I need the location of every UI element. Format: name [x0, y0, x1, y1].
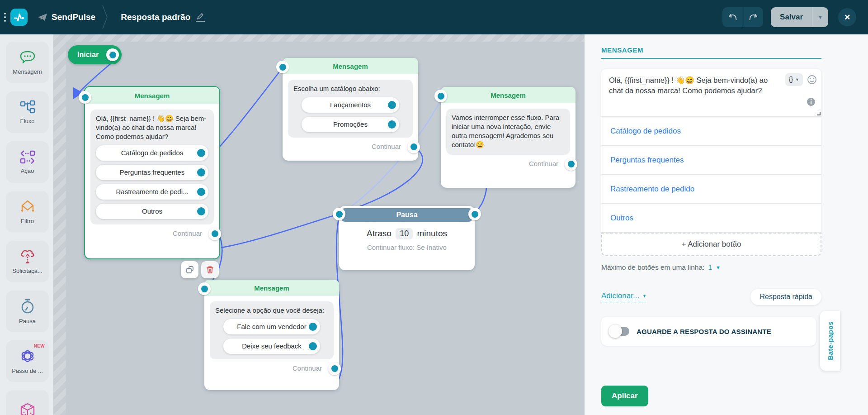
- input-port[interactable]: [434, 90, 447, 102]
- wait-response-card: AGUARDE A RESPOSTA DO ASSINANTE: [601, 317, 816, 346]
- input-port[interactable]: [333, 208, 345, 220]
- button-output-port[interactable]: [197, 168, 205, 176]
- close-editor-button[interactable]: ✕: [838, 8, 856, 26]
- apply-button[interactable]: Aplicar: [601, 386, 648, 406]
- message-bubble: Vamos interromper esse fluxo. Para inici…: [446, 109, 570, 155]
- input-port[interactable]: [276, 61, 289, 73]
- add-element-dropdown[interactable]: Adicionar... ▼: [601, 291, 646, 302]
- node-body: Selecione a opção que você deseja: Fale …: [204, 296, 339, 379]
- button-output-port[interactable]: [388, 120, 396, 129]
- flow-title: Resposta padrão: [121, 12, 190, 22]
- node-button-label: Perguntas frequentes: [120, 168, 184, 177]
- redo-button[interactable]: [743, 7, 763, 27]
- button-output-port[interactable]: [197, 149, 205, 157]
- start-node[interactable]: Iniciar: [68, 45, 122, 64]
- button-row[interactable]: Rastreamento de pedido: [601, 175, 821, 204]
- resize-handle[interactable]: [817, 112, 821, 115]
- continue-label: Continuar: [372, 143, 401, 150]
- top-bar: SendPulse Resposta padrão: [0, 0, 868, 34]
- node-header: Mensagem: [441, 87, 576, 103]
- continue-output-port[interactable]: [407, 141, 420, 153]
- chevron-down-icon[interactable]: ▼: [716, 265, 721, 270]
- quick-reply-tag[interactable]: Resposta rápida: [750, 289, 821, 305]
- chats-side-tab[interactable]: Bate-papos: [820, 311, 840, 371]
- save-options-caret[interactable]: ▼: [812, 7, 828, 27]
- button-output-port[interactable]: [388, 101, 396, 109]
- message-node-2[interactable]: Mensagem Escolha um catálogo abaixo: Lan…: [283, 58, 418, 161]
- duplicate-node-button[interactable]: [181, 261, 198, 278]
- button-row[interactable]: Perguntas frequentes: [601, 146, 821, 175]
- button-output-port[interactable]: [309, 323, 317, 331]
- input-port[interactable]: [79, 91, 91, 104]
- add-and-quick-reply-row: Adicionar... ▼ Resposta rápida: [601, 289, 821, 305]
- edge-msg1-continuar-to-pausa[interactable]: [222, 214, 340, 248]
- message-node-4[interactable]: Mensagem Selecione a opção que você dese…: [204, 280, 339, 390]
- button-row-link[interactable]: Catálogo de pedidos: [610, 127, 681, 136]
- message-text-editor[interactable]: Olá, {{first_name}} ! 👋😄 Seja bem-vindo(…: [601, 69, 821, 117]
- save-button[interactable]: Salvar: [771, 7, 812, 27]
- button-row[interactable]: Outros: [601, 204, 821, 233]
- new-badge: NEW: [34, 343, 45, 348]
- node-button[interactable]: Outros: [96, 204, 208, 219]
- delete-node-button[interactable]: [201, 261, 219, 278]
- node-button[interactable]: Fale com um vendedor: [223, 319, 320, 334]
- button-row-link[interactable]: Outros: [610, 214, 633, 223]
- sidebar-item-label: Mensagem: [13, 68, 42, 75]
- node-button-label: Outros: [142, 207, 162, 216]
- continue-output-port[interactable]: [208, 228, 221, 240]
- info-icon[interactable]: [806, 97, 816, 107]
- node-button[interactable]: Rastreamento de pedi...: [96, 184, 208, 200]
- delay-value[interactable]: 10: [396, 228, 413, 239]
- node-button[interactable]: Perguntas frequentes: [96, 165, 208, 180]
- node-button[interactable]: Promoções: [302, 117, 399, 132]
- sidebar-item-passo-de[interactable]: NEW Passo de ...: [6, 340, 49, 382]
- continue-row: Continuar: [210, 359, 334, 377]
- node-button-label: Deixe seu feedback: [242, 342, 302, 351]
- max-buttons-per-line: Máximo de botões em uma linha: 1 ▼: [601, 263, 821, 272]
- braces-icon: {}: [789, 75, 793, 84]
- insert-variable-button[interactable]: {} ▼: [785, 73, 803, 86]
- sidebar-item-pausa[interactable]: Pausa: [6, 291, 49, 332]
- message-node-1[interactable]: Mensagem Olá, {{first_name}} ! 👋😄 Seja b…: [84, 86, 220, 259]
- node-button[interactable]: Catálogo de pedidos: [96, 145, 208, 161]
- continue-output-port[interactable]: [565, 158, 577, 171]
- node-header: Mensagem: [85, 87, 219, 104]
- sidebar-item-filtro[interactable]: Filtro: [6, 191, 49, 233]
- add-button-row[interactable]: + Adicionar botão: [601, 233, 821, 256]
- message-node-3[interactable]: Mensagem Vamos interromper esse fluxo. P…: [441, 87, 576, 188]
- node-header: Mensagem: [204, 280, 339, 296]
- input-port[interactable]: [198, 282, 211, 295]
- sendpulse-logo[interactable]: [10, 9, 28, 26]
- button-row[interactable]: Catálogo de pedidos: [601, 117, 821, 146]
- output-port[interactable]: [468, 208, 481, 220]
- edit-title-button[interactable]: [196, 13, 205, 22]
- button-output-port[interactable]: [197, 207, 205, 215]
- sidebar-item-acao[interactable]: Ação: [6, 141, 49, 183]
- node-button[interactable]: Deixe seu feedback: [223, 339, 320, 354]
- flow-canvas[interactable]: Iniciar Mensagem Olá, {{first_name}} ! 👋…: [53, 34, 585, 415]
- topbar-actions: Salvar ▼ ✕: [722, 0, 868, 34]
- button-row-link[interactable]: Rastreamento de pedido: [610, 185, 694, 194]
- undo-button[interactable]: [722, 7, 743, 27]
- button-output-port[interactable]: [197, 188, 205, 196]
- button-output-port[interactable]: [309, 342, 317, 350]
- pause-node[interactable]: Pausa Atraso 10 minutos Continuar fluxo:…: [339, 206, 475, 270]
- emoji-picker-icon[interactable]: [807, 75, 817, 85]
- sidebar-item-solicitacao[interactable]: Solicitaçã...: [6, 241, 49, 282]
- node-button[interactable]: Lançamentos: [302, 97, 399, 113]
- max-buttons-value[interactable]: 1: [708, 263, 712, 272]
- continue-output-port[interactable]: [328, 363, 341, 375]
- telegram-plane-icon: [38, 13, 47, 22]
- kebab-menu-icon[interactable]: [4, 13, 6, 22]
- button-row-link[interactable]: Perguntas frequentes: [610, 156, 684, 165]
- message-text: Escolha um catálogo abaixo:: [293, 84, 407, 93]
- wait-response-toggle[interactable]: [609, 327, 629, 336]
- channel-brand[interactable]: SendPulse: [38, 12, 95, 22]
- sidebar-item-fluxo[interactable]: Fluxo: [6, 91, 49, 133]
- start-output-port[interactable]: [106, 48, 119, 61]
- editor-tools: {} ▼: [785, 73, 817, 86]
- sidebar-item-mensagem[interactable]: Mensagem: [6, 42, 49, 83]
- chats-side-tab-label: Bate-papos: [826, 321, 834, 360]
- sidebar-item-random[interactable]: [6, 390, 49, 415]
- continue-label: Continuar: [173, 229, 202, 237]
